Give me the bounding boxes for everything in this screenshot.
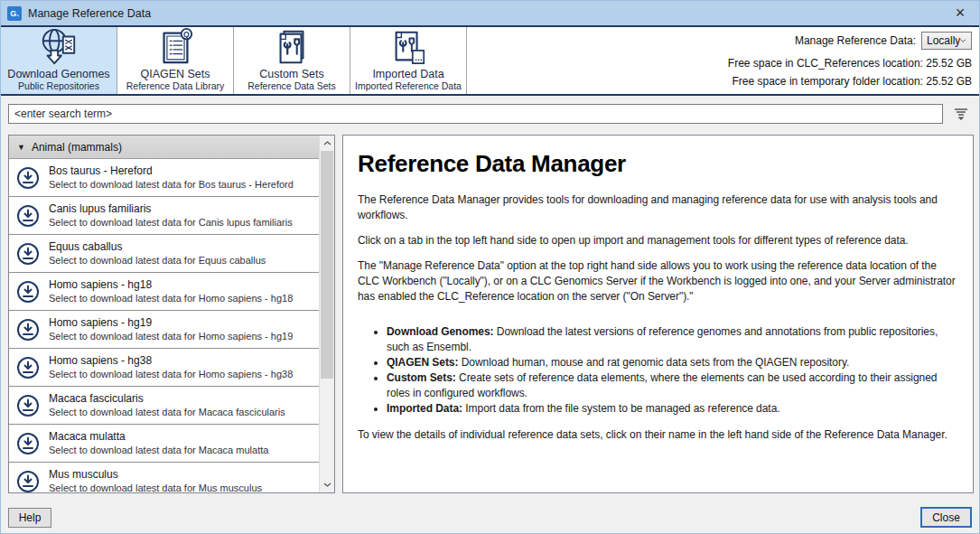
item-title: Homo sapiens - hg19 [49, 316, 293, 330]
group-header-label: Animal (mammals) [32, 141, 122, 154]
free-space-temp: Free space in temporary folder location:… [733, 75, 972, 88]
download-circle-icon [16, 432, 40, 455]
item-title: Macaca fascicularis [49, 392, 285, 406]
download-circle-icon [16, 470, 40, 493]
download-circle-icon [16, 394, 40, 417]
help-button[interactable]: Help [8, 508, 51, 528]
list-item-homo-sapiens-hg38[interactable]: Homo sapiens - hg38 Select to download l… [9, 349, 319, 387]
footer-bar: Help Close [1, 503, 979, 533]
item-title: Homo sapiens - hg18 [49, 278, 293, 292]
location-paragraph: The "Manage Reference Data" option at th… [358, 258, 960, 304]
description-panel: Reference Data Manager The Reference Dat… [342, 135, 974, 493]
title-bar: G. Manage Reference Data × [1, 1, 979, 25]
manage-reference-data-label: Manage Reference Data: [795, 34, 916, 47]
qiagen-document-icon: Q [153, 27, 198, 67]
download-circle-icon [16, 318, 40, 342]
list-item-macaca-fascicularis[interactable]: Macaca fascicularis Select to download l… [9, 387, 319, 425]
bullet-term: Custom Sets: [387, 371, 456, 384]
tab-qiagen-sets[interactable]: Q QIAGEN Sets Reference Data Library [117, 27, 234, 94]
item-title: Mus musculus [49, 468, 262, 482]
bullet-text: Download human, mouse and rat genomic da… [462, 356, 850, 369]
tab-label: Imported Data [372, 68, 443, 80]
tab-label: Download Genomes [7, 68, 109, 80]
tab-sublabel: Reference Data Library [126, 80, 225, 91]
close-button[interactable]: Close [920, 507, 972, 528]
tab-download-genomes[interactable]: Download Genomes Public Repositories [1, 27, 117, 94]
item-subtitle: Select to download latest data for Macac… [49, 406, 285, 418]
bullet-term: Download Genomes: [387, 325, 494, 338]
item-title: Equus caballus [49, 240, 266, 254]
download-circle-icon [16, 204, 40, 228]
chevron-down-icon [960, 38, 966, 43]
download-circle-icon [16, 356, 40, 379]
feature-list: Download Genomes: Download the latest ve… [370, 324, 960, 417]
window-title: Manage Reference Data [28, 7, 151, 20]
tab-imported-data[interactable]: Imported Data Imported Reference Data [350, 27, 467, 94]
bullet-term: Imported Data: [387, 402, 462, 415]
manage-reference-data-window: G. Manage Reference Data × Download Geno… [0, 0, 980, 534]
bullet-text: Import data from the file system to be m… [465, 402, 779, 415]
item-subtitle: Select to download latest data for Mus m… [49, 482, 262, 492]
app-icon: G. [7, 6, 22, 21]
bullet-term: QIAGEN Sets: [387, 356, 458, 369]
list-item-homo-sapiens-hg18[interactable]: Homo sapiens - hg18 Select to download l… [9, 273, 319, 311]
import-document-icon [386, 27, 431, 67]
globe-download-icon [36, 27, 81, 67]
item-subtitle: Select to download latest data for Homo … [49, 292, 293, 304]
page-title: Reference Data Manager [358, 150, 960, 178]
tab-sublabel: Imported Reference Data [355, 80, 462, 91]
scroll-up-icon[interactable] [320, 136, 334, 151]
list-scrollbar[interactable] [319, 136, 334, 492]
intro-paragraph: The Reference Data Manager provides tool… [358, 192, 960, 223]
item-subtitle: Select to download latest data for Homo … [49, 330, 293, 342]
tab-label: Custom Sets [259, 68, 324, 80]
closing-paragraph: To view the details of individual refere… [358, 427, 960, 443]
svg-text:Q: Q [183, 30, 190, 39]
tab-sublabel: Reference Data Sets [247, 80, 335, 91]
list-item-mus-musculus[interactable]: Mus musculus Select to download latest d… [9, 463, 319, 492]
bullet-text: Create sets of reference data elements, … [387, 371, 937, 399]
item-title: Macaca mulatta [49, 430, 268, 444]
feature-item-custom-sets: Custom Sets: Create sets of reference da… [387, 370, 960, 401]
search-row [1, 96, 979, 132]
item-title: Bos taurus - Hereford [49, 164, 294, 178]
download-circle-icon [16, 166, 40, 190]
tools-document-icon [269, 27, 314, 67]
genome-list-panel: ▼ Animal (mammals) Bos taurus - Hereford… [8, 135, 335, 493]
item-subtitle: Select to download latest data for Canis… [49, 216, 293, 229]
tabs-paragraph: Click on a tab in the top left hand side… [358, 233, 960, 248]
item-title: Homo sapiens - hg38 [49, 354, 293, 368]
group-header-animal-mammals[interactable]: ▼ Animal (mammals) [9, 136, 319, 159]
feature-item-imported-data: Imported Data: Import data from the file… [387, 401, 960, 417]
filter-icon[interactable] [951, 104, 971, 124]
list-item-canis-lupus[interactable]: Canis lupus familiaris Select to downloa… [9, 197, 319, 235]
item-subtitle: Select to download latest data for Homo … [49, 368, 293, 380]
close-window-icon[interactable]: × [941, 1, 979, 25]
location-controls: Manage Reference Data: Locally Free spac… [728, 32, 972, 95]
list-item-homo-sapiens-hg19[interactable]: Homo sapiens - hg19 Select to download l… [9, 311, 319, 349]
tab-label: QIAGEN Sets [140, 68, 210, 80]
tab-sublabel: Public Repositories [18, 80, 99, 91]
item-subtitle: Select to download latest data for Equus… [49, 254, 266, 267]
free-space-references: Free space in CLC_References location: 2… [728, 57, 972, 70]
list-item-bos-taurus[interactable]: Bos taurus - Hereford Select to download… [9, 159, 319, 197]
feature-item-qiagen-sets: QIAGEN Sets: Download human, mouse and r… [387, 355, 960, 370]
item-subtitle: Select to download latest data for Bos t… [49, 178, 294, 191]
list-item-equus-caballus[interactable]: Equus caballus Select to download latest… [9, 235, 319, 273]
tab-strip: Download Genomes Public Repositories Q Q… [1, 27, 979, 94]
item-title: Canis lupus familiaris [49, 202, 293, 216]
list-item-macaca-mulatta[interactable]: Macaca mulatta Select to download latest… [9, 425, 319, 463]
location-dropdown[interactable]: Locally [921, 32, 972, 50]
tab-custom-sets[interactable]: Custom Sets Reference Data Sets [234, 27, 350, 94]
item-subtitle: Select to download latest data for Macac… [49, 444, 268, 456]
scroll-down-icon[interactable] [320, 477, 334, 492]
download-circle-icon [16, 280, 40, 304]
feature-item-download-genomes: Download Genomes: Download the latest ve… [387, 324, 960, 355]
collapse-triangle-icon: ▼ [17, 143, 25, 152]
search-input[interactable] [8, 104, 943, 124]
location-dropdown-value: Locally [927, 34, 960, 47]
scrollbar-thumb[interactable] [321, 151, 333, 379]
download-circle-icon [16, 242, 40, 266]
